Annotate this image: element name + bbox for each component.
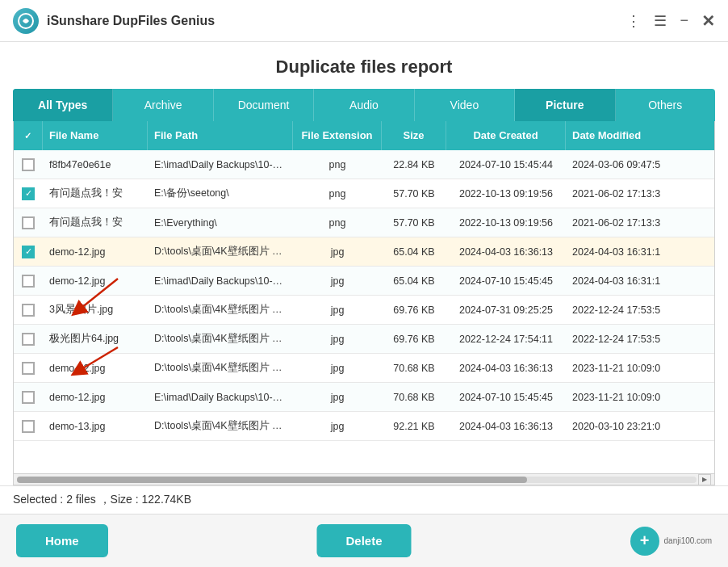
share-icon[interactable]: ⋮ xyxy=(626,12,641,30)
row-modified: 2021-06-02 17:13:3 xyxy=(566,183,714,204)
minimize-icon[interactable]: − xyxy=(680,12,688,29)
row-modified: 2022-12-24 17:53:5 xyxy=(566,329,714,350)
footer: Home Delete + danji100.com xyxy=(0,514,728,567)
row-check[interactable] xyxy=(14,386,43,409)
select-all-checkbox[interactable] xyxy=(22,129,35,142)
row-checkbox[interactable] xyxy=(22,391,35,404)
table-row[interactable]: demo-12.jpg E:\imad\Daily Backups\10-07-… xyxy=(14,383,714,412)
row-filename: 极光图片64.jpg xyxy=(43,327,148,351)
table-row[interactable]: demo-12.jpg D:\tools\桌面\4K壁纸图片 1080 jpg … xyxy=(14,237,714,267)
row-filename: demo-12.jpg xyxy=(43,271,148,292)
row-check[interactable] xyxy=(14,241,43,263)
row-created: 2022-10-13 09:19:56 xyxy=(446,183,566,204)
row-created: 2024-07-31 09:25:25 xyxy=(446,300,566,321)
row-filename: f8fb47e0e61e xyxy=(43,154,148,175)
row-filename: 有问题点我！安 xyxy=(43,211,148,234)
header-check[interactable] xyxy=(14,121,43,150)
row-created: 2024-07-10 15:45:45 xyxy=(446,387,566,408)
row-filepath: D:\tools\桌面\4K壁纸图片 1080 xyxy=(148,414,293,438)
table-row[interactable]: demo-12.jpg E:\imad\Daily Backups\10-07-… xyxy=(14,267,714,296)
row-checkbox[interactable] xyxy=(22,216,35,229)
header-filename: File Name xyxy=(43,121,148,150)
row-check[interactable] xyxy=(14,270,43,292)
row-ext: png xyxy=(293,212,382,233)
row-modified: 2024-04-03 16:31:1 xyxy=(566,271,714,292)
row-checkbox[interactable] xyxy=(22,246,35,258)
row-filename: 有问题点我！安 xyxy=(43,182,148,205)
home-button[interactable]: Home xyxy=(16,524,108,557)
row-check[interactable] xyxy=(14,212,43,234)
table-header: File Name File Path File Extension Size … xyxy=(14,121,714,150)
logo-site: danji100.com xyxy=(664,536,712,545)
close-icon[interactable]: ✕ xyxy=(701,11,715,31)
row-ext: png xyxy=(293,154,382,175)
tab-others[interactable]: Others xyxy=(616,89,715,121)
tab-picture[interactable]: Picture xyxy=(515,89,615,121)
table-row[interactable]: demo-13.jpg D:\tools\桌面\4K壁纸图片 1080 jpg … xyxy=(14,412,714,441)
row-filepath: E:\imad\Daily Backups\10-07- xyxy=(148,387,293,408)
row-check[interactable] xyxy=(14,357,43,380)
table-outer: File Name File Path File Extension Size … xyxy=(13,121,715,485)
row-checkbox[interactable] xyxy=(22,304,35,317)
table-row[interactable]: 极光图片64.jpg D:\tools\桌面\4K壁纸图片 1080P\ jpg… xyxy=(14,325,714,354)
row-check[interactable] xyxy=(14,153,43,176)
table-body: f8fb47e0e61e E:\imad\Daily Backups\10-07… xyxy=(14,150,714,473)
table-row[interactable]: f8fb47e0e61e E:\imad\Daily Backups\10-07… xyxy=(14,150,714,179)
row-checkbox[interactable] xyxy=(22,333,35,346)
row-checkbox[interactable] xyxy=(22,362,35,375)
row-modified: 2020-03-10 23:21:0 xyxy=(566,416,714,437)
table-row[interactable]: 有问题点我！安 E:\备份\seetong\ png 57.70 KB 2022… xyxy=(14,179,714,208)
row-check[interactable] xyxy=(14,328,43,351)
row-checkbox[interactable] xyxy=(22,420,35,433)
table-row[interactable]: demo-12.jpg D:\tools\桌面\4K壁纸图片 1080 jpg … xyxy=(14,354,714,383)
table-row[interactable]: 3风景图片.jpg D:\tools\桌面\4K壁纸图片 1080 jpg 69… xyxy=(14,296,714,325)
row-filepath: E:\imad\Daily Backups\10-07- xyxy=(148,271,293,292)
row-check[interactable] xyxy=(14,299,43,321)
header-filepath: File Path xyxy=(148,121,293,150)
danji-logo: + xyxy=(630,527,659,556)
row-size: 92.21 KB xyxy=(382,416,446,437)
row-checkbox[interactable] xyxy=(22,187,35,200)
delete-button[interactable]: Delete xyxy=(316,524,411,557)
row-checkbox[interactable] xyxy=(22,158,35,171)
row-created: 2024-07-10 15:45:45 xyxy=(446,271,566,292)
row-ext: jpg xyxy=(293,416,382,437)
row-size: 57.70 KB xyxy=(382,212,446,233)
main-content: Duplicate files report All Types Archive… xyxy=(0,42,728,485)
menu-icon[interactable]: ☰ xyxy=(654,12,667,30)
status-bar: Selected : 2 files ，Size : 122.74KB xyxy=(0,485,728,514)
row-check[interactable] xyxy=(14,183,43,205)
scrollbar-thumb[interactable] xyxy=(17,477,527,483)
row-filepath: E:\Everything\ xyxy=(148,212,293,233)
row-filename: demo-13.jpg xyxy=(43,416,148,437)
row-size: 69.76 KB xyxy=(382,300,446,321)
tab-archive[interactable]: Archive xyxy=(113,89,213,121)
row-check[interactable] xyxy=(14,415,43,438)
tab-audio[interactable]: Audio xyxy=(314,89,414,121)
page-title: Duplicate files report xyxy=(13,42,715,89)
row-modified: 2023-11-21 10:09:0 xyxy=(566,358,714,379)
row-size: 57.70 KB xyxy=(382,183,446,204)
row-modified: 2022-12-24 17:53:5 xyxy=(566,300,714,321)
row-filename: demo-12.jpg xyxy=(43,242,148,262)
table-row[interactable]: 有问题点我！安 E:\Everything\ png 57.70 KB 2022… xyxy=(14,208,714,237)
row-ext: png xyxy=(293,183,382,204)
row-size: 22.84 KB xyxy=(382,154,446,175)
row-created: 2024-04-03 16:36:13 xyxy=(446,242,566,262)
row-ext: jpg xyxy=(293,242,382,262)
row-created: 2022-10-13 09:19:56 xyxy=(446,212,566,233)
tab-all-types[interactable]: All Types xyxy=(13,89,113,121)
row-filepath: D:\tools\桌面\4K壁纸图片 1080 xyxy=(148,298,293,321)
scroll-right-icon[interactable]: ▶ xyxy=(698,474,711,485)
tab-document[interactable]: Document xyxy=(214,89,314,121)
row-filename: demo-12.jpg xyxy=(43,387,148,408)
row-filepath: D:\tools\桌面\4K壁纸图片 1080 xyxy=(148,356,293,380)
scrollbar-track[interactable] xyxy=(17,477,697,483)
header-size: Size xyxy=(382,121,446,150)
tab-video[interactable]: Video xyxy=(415,89,515,121)
row-checkbox[interactable] xyxy=(22,275,35,288)
horizontal-scrollbar[interactable]: ▶ xyxy=(14,473,714,485)
row-ext: jpg xyxy=(293,358,382,379)
row-modified: 2023-11-21 10:09:0 xyxy=(566,387,714,408)
row-created: 2024-04-03 16:36:13 xyxy=(446,416,566,437)
